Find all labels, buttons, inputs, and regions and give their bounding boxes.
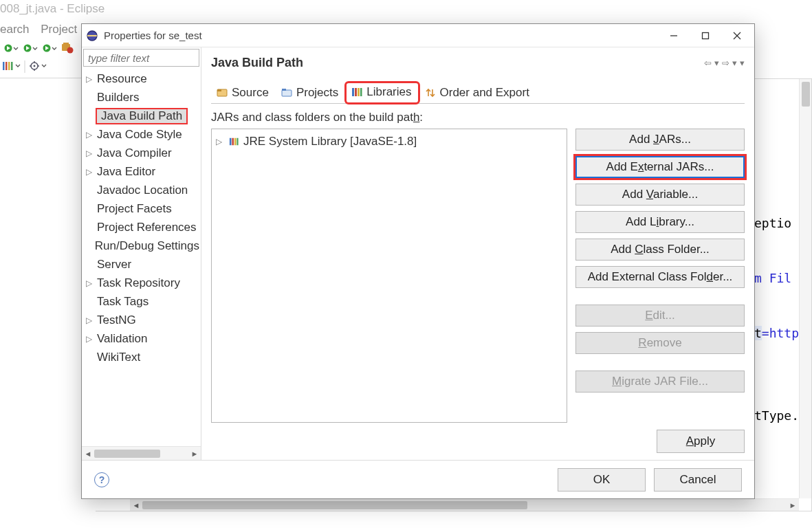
- expand-icon[interactable]: ▷: [86, 278, 96, 288]
- ok-button[interactable]: OK: [558, 468, 646, 492]
- maximize-button[interactable]: [690, 25, 721, 47]
- sidebar-item-label: Java Build Path: [96, 108, 188, 124]
- tab-order-export-label: Order and Export: [440, 86, 529, 100]
- sidebar-item-label: Project Facets: [96, 202, 173, 216]
- sidebar-item[interactable]: ▷Java Editor: [82, 162, 201, 181]
- sidebar-item-label: Server: [96, 258, 133, 272]
- expand-icon[interactable]: ▷: [86, 334, 96, 344]
- svg-rect-33: [234, 138, 237, 146]
- sidebar-scrollbar[interactable]: ◄ ►: [82, 446, 201, 460]
- properties-dialog: Properties for se_test ▷Resource▷Builder…: [81, 23, 755, 499]
- filter-input[interactable]: [83, 49, 199, 67]
- svg-rect-31: [230, 138, 232, 146]
- back-icon[interactable]: ⇦: [704, 58, 712, 68]
- sidebar-item-label: Resource: [96, 72, 149, 86]
- expand-icon[interactable]: ▷: [86, 148, 96, 158]
- apply-button[interactable]: Apply: [657, 430, 745, 453]
- sidebar-item-label: WikiText: [96, 351, 142, 364]
- svg-rect-20: [703, 32, 709, 38]
- add-variable-button[interactable]: Add Variable...: [575, 184, 745, 206]
- tab-libraries[interactable]: Libraries: [345, 82, 419, 104]
- sidebar-item-label: Task Repository: [96, 276, 182, 290]
- sidebar-item-label: Project References: [96, 221, 198, 234]
- back-menu-icon[interactable]: ▾: [714, 58, 719, 68]
- editor-scrollbar-vertical[interactable]: [799, 79, 811, 498]
- eclipse-menubar-fragment: earch Project: [0, 23, 85, 36]
- add-external-class-folder-button[interactable]: Add External Class Folder...: [575, 266, 745, 288]
- sidebar-item-label: Run/Debug Settings: [94, 239, 201, 253]
- add-external-jars-button[interactable]: Add External JARs...: [575, 156, 745, 178]
- page-nav-icons: ⇦▾ ⇨▾ ▾: [704, 58, 745, 68]
- sidebar-item[interactable]: ▷Task Repository: [82, 274, 201, 292]
- scroll-right-icon[interactable]: ►: [787, 501, 799, 509]
- sidebar-item[interactable]: ▷Builders: [82, 88, 201, 107]
- library-buttons: Add JARs... Add External JARs... Add Var…: [575, 129, 745, 423]
- sidebar-item-label: Builders: [96, 91, 140, 104]
- sidebar-item[interactable]: ▷TestNG: [82, 311, 201, 329]
- sidebar-item-label: Validation: [96, 332, 149, 346]
- svg-rect-28: [355, 88, 357, 96]
- dialog-title: Properties for se_test: [104, 30, 202, 41]
- sidebar-item[interactable]: ▷Java Build Path: [82, 107, 201, 125]
- cancel-button[interactable]: Cancel: [654, 468, 742, 492]
- scroll-right-icon[interactable]: ►: [188, 450, 201, 458]
- forward-menu-icon[interactable]: ▾: [732, 58, 737, 68]
- dialog-footer: ? OK Cancel: [82, 460, 754, 498]
- remove-button: Remove: [575, 332, 745, 354]
- sidebar-item-label: Java Code Style: [96, 128, 184, 142]
- page-title: Java Build Path: [211, 56, 303, 70]
- sidebar-item-label: Java Editor: [96, 165, 157, 179]
- svg-rect-29: [358, 88, 360, 96]
- libraries-list[interactable]: ▷ JRE System Library [JavaSE-1.8]: [211, 129, 567, 423]
- sidebar-item[interactable]: ▷Task Tags: [82, 292, 201, 311]
- sidebar-item[interactable]: ▷WikiText: [82, 348, 201, 366]
- eclipse-icon: [86, 30, 98, 42]
- library-entry[interactable]: ▷ JRE System Library [JavaSE-1.8]: [216, 133, 562, 150]
- sidebar-item[interactable]: ▷Server: [82, 255, 201, 274]
- minimize-button[interactable]: [658, 25, 690, 47]
- sidebar-item[interactable]: ▷Project Facets: [82, 199, 201, 218]
- sidebar-item[interactable]: ▷Run/Debug Settings: [82, 236, 201, 255]
- add-jars-button[interactable]: Add JARs...: [575, 129, 745, 151]
- library-icon: [228, 137, 239, 146]
- add-class-folder-button[interactable]: Add Class Folder...: [575, 239, 745, 261]
- expand-icon[interactable]: ▷: [216, 137, 224, 146]
- tab-order-export[interactable]: Order and Export: [419, 83, 536, 104]
- expand-icon[interactable]: ▷: [86, 316, 96, 325]
- sidebar-item-label: Javadoc Location: [96, 184, 189, 197]
- libraries-icon: [351, 87, 362, 98]
- scroll-left-icon[interactable]: ◄: [82, 450, 94, 458]
- source-icon: [217, 87, 228, 98]
- expand-icon[interactable]: ▷: [86, 130, 96, 140]
- view-menu-icon[interactable]: ▾: [740, 58, 745, 68]
- help-icon[interactable]: ?: [94, 472, 109, 487]
- menu-search-fragment[interactable]: earch: [0, 23, 30, 36]
- category-tree[interactable]: ▷Resource▷Builders▷Java Build Path▷Java …: [82, 68, 201, 446]
- tab-projects[interactable]: Projects: [276, 83, 345, 104]
- svg-rect-27: [352, 88, 354, 96]
- svg-point-5: [67, 47, 74, 54]
- sidebar-item[interactable]: ▷Javadoc Location: [82, 181, 201, 199]
- sidebar-item-label: Java Compiler: [96, 146, 173, 160]
- forward-icon[interactable]: ⇨: [722, 58, 729, 68]
- close-button[interactable]: [721, 25, 753, 47]
- add-library-button[interactable]: Add Library...: [575, 211, 745, 233]
- scroll-left-icon[interactable]: ◄: [130, 501, 142, 509]
- sidebar-item[interactable]: ▷Project References: [82, 218, 201, 236]
- expand-icon[interactable]: ▷: [86, 74, 96, 84]
- sidebar-item-label: Task Tags: [96, 295, 150, 309]
- expand-icon[interactable]: ▷: [86, 167, 96, 177]
- sidebar-item[interactable]: ▷Java Code Style: [82, 125, 201, 144]
- migrate-jar-button: Migrate JAR File...: [575, 371, 745, 393]
- svg-point-12: [34, 65, 36, 67]
- tab-source-label: Source: [232, 86, 269, 100]
- svg-rect-24: [217, 89, 221, 91]
- editor-scrollbar-horizontal[interactable]: ◄ ►: [130, 498, 799, 511]
- sidebar-item[interactable]: ▷Validation: [82, 329, 201, 348]
- svg-rect-32: [232, 138, 234, 146]
- menu-project-fragment[interactable]: Project: [41, 23, 77, 36]
- tab-source[interactable]: Source: [211, 83, 276, 104]
- sidebar-item[interactable]: ▷Resource: [82, 69, 201, 88]
- eclipse-toolbar-fragment: [0, 40, 81, 78]
- sidebar-item[interactable]: ▷Java Compiler: [82, 144, 201, 162]
